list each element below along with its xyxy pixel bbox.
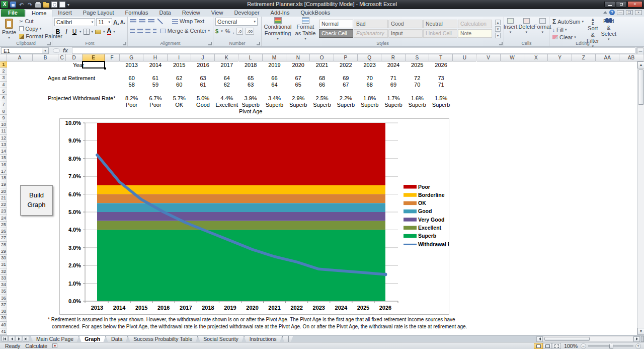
vertical-scrollbar[interactable]: ▲ ▼	[637, 61, 644, 335]
column-header-S[interactable]: S	[406, 54, 429, 61]
conditional-formatting-button[interactable]: Conditional Formatting ▾	[264, 17, 292, 40]
column-header-K[interactable]: K	[215, 54, 238, 61]
row-header-34[interactable]: 34	[0, 282, 7, 288]
gallery-up-icon[interactable]: ▴	[495, 20, 501, 25]
bold-button[interactable]: B	[54, 28, 61, 35]
row-header-19[interactable]: 19	[0, 181, 7, 188]
column-header-R[interactable]: R	[381, 54, 405, 61]
workbook-minimize-button[interactable]: —	[617, 10, 624, 15]
ribbon-tab-data[interactable]: Data	[153, 9, 176, 17]
ribbon-tab-home[interactable]: Home	[26, 9, 52, 17]
column-header-Y[interactable]: Y	[548, 54, 572, 61]
shrink-font-button[interactable]: A▾	[120, 20, 125, 25]
last-sheet-button[interactable]	[23, 336, 29, 341]
help-icon[interactable]: ?	[609, 10, 615, 15]
find-select-button[interactable]: Find & Select ▾	[601, 18, 616, 40]
column-header-J[interactable]: J	[191, 54, 215, 61]
clear-button[interactable]: Clear ▾	[551, 34, 585, 41]
cell-style-explanatory-[interactable]: Explanatory ...	[354, 29, 388, 38]
row-header-15[interactable]: 15	[0, 155, 7, 161]
formula-input[interactable]	[72, 47, 635, 54]
next-sheet-button[interactable]	[16, 336, 22, 341]
column-header-T[interactable]: T	[429, 54, 453, 61]
row-header-22[interactable]: 22	[0, 201, 7, 208]
zoom-slider-thumb[interactable]	[609, 343, 613, 348]
ribbon-tab-page-layout[interactable]: Page Layout	[77, 9, 120, 17]
column-header-V[interactable]: V	[477, 54, 501, 61]
row-header-33[interactable]: 33	[0, 275, 7, 282]
cell-style-bad[interactable]: Bad	[354, 20, 388, 28]
tab-split-handle[interactable]	[641, 336, 644, 342]
decrease-decimal-button[interactable]: .00	[246, 28, 254, 35]
minimize-ribbon-icon[interactable]	[603, 11, 607, 14]
scroll-left-icon[interactable]	[536, 336, 543, 342]
status-calculate[interactable]: Calculate	[25, 343, 52, 349]
column-header-Q[interactable]: Q	[358, 54, 381, 61]
insert-cells-button[interactable]: Insert ▾	[504, 18, 518, 40]
ribbon-tab-view[interactable]: View	[206, 9, 229, 17]
decrease-indent-icon[interactable]	[153, 29, 156, 33]
row-header-5[interactable]: 5	[0, 88, 7, 95]
row-header-12[interactable]: 12	[0, 135, 7, 142]
format-as-table-button[interactable]: Format as Table ▾	[294, 17, 317, 40]
zoom-out-icon[interactable]: −	[581, 343, 586, 349]
column-header-I[interactable]: I	[168, 54, 191, 61]
column-header-W[interactable]: W	[501, 54, 524, 61]
row-header-6[interactable]: 6	[0, 95, 7, 101]
build-graph-button[interactable]: Build Graph	[20, 185, 53, 216]
merge-center-button[interactable]: Merge & Center ▾	[159, 27, 211, 34]
dialog-launcher-icon[interactable]	[257, 42, 260, 45]
delete-cells-button[interactable]: Delete ▾	[519, 18, 533, 40]
row-header-14[interactable]: 14	[0, 148, 7, 155]
column-header-Z[interactable]: Z	[572, 54, 596, 61]
horizontal-scrollbar[interactable]	[536, 336, 644, 342]
cell-style-good[interactable]: Good	[388, 20, 423, 28]
workbook-close-button[interactable]: ×	[635, 10, 642, 15]
row-header-39[interactable]: 39	[0, 315, 7, 321]
row-header-38[interactable]: 38	[0, 308, 7, 315]
row-header-35[interactable]: 35	[0, 288, 7, 295]
align-bottom-icon[interactable]	[148, 19, 154, 24]
orientation-icon[interactable]	[157, 19, 163, 24]
row-header-30[interactable]: 30	[0, 255, 7, 261]
row-header-24[interactable]: 24	[0, 215, 7, 222]
close-button[interactable]: ×	[627, 1, 642, 8]
page-layout-view-button[interactable]	[543, 343, 552, 349]
sort-filter-button[interactable]: AZ Sort & Filter ▾	[587, 18, 599, 40]
ribbon-tab-insert[interactable]: Insert	[52, 9, 77, 17]
align-middle-icon[interactable]	[139, 19, 145, 24]
cell-style-neutral[interactable]: Neutral	[423, 20, 457, 28]
scroll-up-icon[interactable]: ▲	[637, 61, 644, 68]
row-header-4[interactable]: 4	[0, 82, 7, 88]
insert-function-icon[interactable]: fx	[63, 47, 68, 53]
column-header-E[interactable]: E	[83, 54, 105, 61]
dialog-launcher-icon[interactable]	[123, 42, 126, 45]
normal-view-button[interactable]	[534, 343, 543, 349]
align-right-icon[interactable]	[145, 29, 150, 33]
vertical-scroll-thumb[interactable]	[638, 69, 644, 105]
row-header-37[interactable]: 37	[0, 302, 7, 308]
row-header-40[interactable]: 40	[0, 322, 7, 328]
row-header-28[interactable]: 28	[0, 242, 7, 248]
ribbon-tab-file[interactable]: File	[1, 9, 25, 17]
row-header-18[interactable]: 18	[0, 175, 7, 181]
column-header-F[interactable]: F	[105, 54, 120, 61]
align-top-icon[interactable]	[130, 19, 136, 24]
dialog-launcher-icon[interactable]	[499, 42, 503, 45]
borders-button[interactable]	[84, 29, 90, 35]
row-header-23[interactable]: 23	[0, 208, 7, 215]
number-format-combo[interactable]: General ▾	[215, 18, 258, 26]
column-header-M[interactable]: M	[263, 54, 286, 61]
row-header-17[interactable]: 17	[0, 168, 7, 175]
row-header-7[interactable]: 7	[0, 101, 7, 108]
dialog-launcher-icon[interactable]	[208, 42, 212, 45]
autosum-button[interactable]: Σ AutoSum ▾	[551, 18, 585, 26]
zoom-level[interactable]: 100%	[564, 343, 578, 349]
scroll-right-icon[interactable]	[633, 336, 640, 342]
row-header-29[interactable]: 29	[0, 248, 7, 255]
row-header-26[interactable]: 26	[0, 228, 7, 235]
withdrawal-rate-chart[interactable]: 0.0%1.0%2.0%3.0%4.0%5.0%6.0%7.0%8.0%9.0%…	[59, 118, 449, 315]
row-header-3[interactable]: 3	[0, 75, 7, 81]
comma-style-button[interactable]: ,	[232, 28, 234, 34]
accounting-format-button[interactable]: $	[215, 28, 218, 34]
